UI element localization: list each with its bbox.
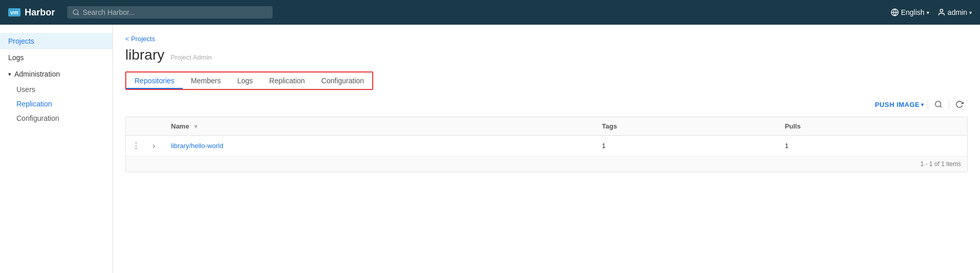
push-image-label: PUSH IMAGE xyxy=(875,101,919,108)
tab-repositories-label: Repositories xyxy=(134,77,175,85)
repositories-table: Name ▼ Tags Pulls ⋮ xyxy=(126,117,967,156)
table-header-row: Name ▼ Tags Pulls xyxy=(126,117,967,136)
logo[interactable]: vm Harbor xyxy=(8,7,55,18)
sidebar-item-label: Projects xyxy=(8,37,34,45)
refresh-icon xyxy=(955,100,964,108)
tab-replication-label: Replication xyxy=(270,77,305,85)
top-navigation: vm Harbor English ▾ admin ▾ xyxy=(0,0,980,25)
sidebar-item-projects[interactable]: Projects xyxy=(0,33,112,49)
toolbar: PUSH IMAGE ▾ xyxy=(125,98,968,111)
svg-point-5 xyxy=(935,101,941,107)
user-label: admin xyxy=(948,8,967,16)
search-input[interactable] xyxy=(83,8,267,16)
name-filter-icon[interactable]: ▼ xyxy=(193,123,199,130)
chevron-down-icon: ▾ xyxy=(8,71,11,78)
sidebar-configuration-label: Configuration xyxy=(16,114,59,122)
svg-line-1 xyxy=(78,14,79,15)
sidebar-users-label: Users xyxy=(16,85,35,94)
svg-line-6 xyxy=(940,106,941,107)
sidebar-administration-label: Administration xyxy=(14,70,60,78)
col-checkbox xyxy=(126,117,146,136)
tabs-container: Repositories Members Logs Replication Co… xyxy=(125,71,373,90)
tab-configuration[interactable]: Configuration xyxy=(313,72,372,89)
tab-repositories[interactable]: Repositories xyxy=(126,72,183,89)
tab-replication[interactable]: Replication xyxy=(261,72,313,89)
col-name: Name ▼ xyxy=(165,117,596,136)
sidebar-item-users[interactable]: Users xyxy=(0,82,112,97)
user-chevron-icon: ▾ xyxy=(969,10,972,15)
col-expand xyxy=(146,117,165,136)
sidebar-item-configuration[interactable]: Configuration xyxy=(0,111,112,125)
vm-icon: vm xyxy=(8,8,21,16)
row-actions-cell: ⋮ xyxy=(126,136,146,156)
col-pulls: Pulls xyxy=(779,117,967,136)
row-expand-cell[interactable]: › xyxy=(146,136,165,156)
search-icon xyxy=(934,100,943,108)
sidebar-replication-label: Replication xyxy=(16,100,52,108)
repositories-table-container: Name ▼ Tags Pulls ⋮ xyxy=(125,117,968,172)
expand-icon[interactable]: › xyxy=(152,141,155,150)
logo-text: Harbor xyxy=(25,7,55,18)
sidebar-item-logs[interactable]: Logs xyxy=(0,49,112,66)
pagination-info: 1 - 1 of 1 items xyxy=(920,160,961,168)
tab-members-label: Members xyxy=(191,77,221,85)
refresh-button[interactable] xyxy=(953,98,966,111)
sidebar: Projects Logs ▾ Administration Users Rep… xyxy=(0,25,113,273)
search-icon xyxy=(72,9,80,16)
search-bar[interactable] xyxy=(67,6,273,19)
tab-logs[interactable]: Logs xyxy=(229,72,261,89)
table-row: ⋮ › library/hello-world 1 1 xyxy=(126,136,967,156)
language-selector[interactable]: English ▾ xyxy=(891,8,929,16)
tab-logs-label: Logs xyxy=(237,77,253,85)
table-footer: 1 - 1 of 1 items xyxy=(126,156,967,172)
svg-point-0 xyxy=(73,10,78,14)
tab-configuration-label: Configuration xyxy=(321,77,364,85)
svg-point-4 xyxy=(940,9,943,12)
row-actions: ⋮ xyxy=(132,141,140,151)
topnav-right: English ▾ admin ▾ xyxy=(891,8,972,16)
page-title: library xyxy=(125,47,164,63)
row-more-icon[interactable]: ⋮ xyxy=(132,141,140,151)
breadcrumb[interactable]: < Projects xyxy=(125,35,968,43)
main-content: < Projects library Project Admin Reposit… xyxy=(113,25,980,273)
repo-name[interactable]: library/hello-world xyxy=(171,142,223,150)
push-image-chevron-icon: ▾ xyxy=(921,102,924,107)
sidebar-item-replication[interactable]: Replication xyxy=(0,97,112,111)
user-menu[interactable]: admin ▾ xyxy=(937,8,972,16)
language-chevron-icon: ▾ xyxy=(927,10,929,15)
push-image-button[interactable]: PUSH IMAGE ▾ xyxy=(875,101,924,108)
page-title-row: library Project Admin xyxy=(125,47,968,63)
toolbar-divider-2 xyxy=(949,99,949,110)
row-pulls-cell: 1 xyxy=(779,136,967,156)
language-label: English xyxy=(901,8,925,16)
sidebar-administration-header[interactable]: ▾ Administration xyxy=(0,66,112,82)
search-button[interactable] xyxy=(932,98,945,111)
user-icon xyxy=(937,8,946,16)
sidebar-item-label: Logs xyxy=(8,53,24,62)
toolbar-divider xyxy=(928,99,928,110)
row-name-cell: library/hello-world xyxy=(165,136,596,156)
globe-icon xyxy=(891,8,899,16)
tab-members[interactable]: Members xyxy=(183,72,229,89)
page-subtitle: Project Admin xyxy=(170,53,212,61)
col-tags: Tags xyxy=(596,117,779,136)
main-layout: Projects Logs ▾ Administration Users Rep… xyxy=(0,25,980,273)
row-tags-cell: 1 xyxy=(596,136,779,156)
